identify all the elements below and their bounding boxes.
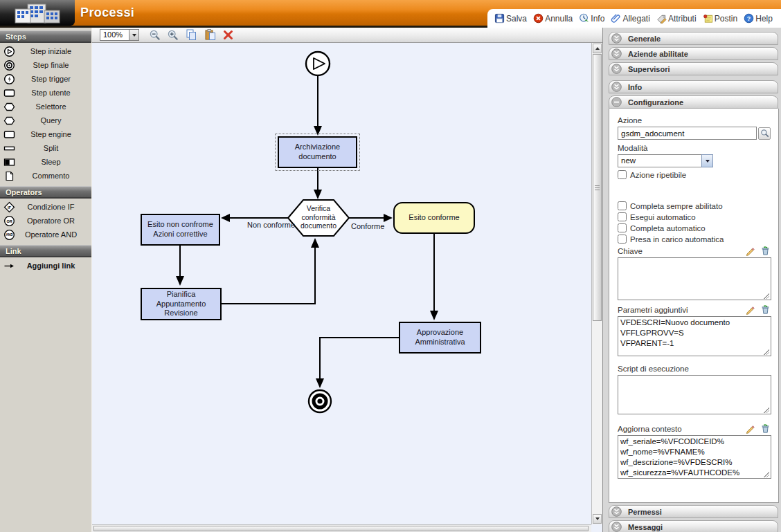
start-step-icon xyxy=(0,46,19,57)
properties-panel: Generale Aziende abilitate Supervisori I… xyxy=(602,28,781,532)
clear-trash-icon[interactable] xyxy=(760,246,771,256)
resize-handle-icon[interactable] xyxy=(764,472,769,477)
checkbox-esegui-automatico[interactable]: Esegui automatico xyxy=(618,212,771,221)
accordion-generale[interactable]: Generale xyxy=(609,32,778,45)
flow-edges xyxy=(92,43,591,524)
modalita-dropdown-button[interactable] xyxy=(701,154,713,167)
edge-label-conforme: Conforme xyxy=(351,222,384,230)
zoom-in-button[interactable] xyxy=(167,29,179,42)
resize-handle-icon[interactable] xyxy=(764,293,769,299)
palette-item-operatore-or[interactable]: OR Operatore OR xyxy=(0,214,91,228)
zoom-dropdown-button[interactable] xyxy=(129,29,139,41)
delete-x-icon xyxy=(222,29,234,41)
checkbox-presa-in-carico[interactable]: Presa in carico automatica xyxy=(618,235,771,244)
parametri-aggiuntivi-textarea[interactable]: VFDESCRI=Nuovo documento VFFLGPROVV=S VF… xyxy=(618,316,771,356)
palette-item-selettore[interactable]: Selettore xyxy=(0,100,91,113)
palette-item-commento[interactable]: Commento xyxy=(0,169,91,183)
workflow-designer-app: Processi Salva Annulla xyxy=(0,0,781,532)
palette-item-step-trigger[interactable]: Step trigger xyxy=(0,72,91,86)
palette-section-operators[interactable]: Operators xyxy=(0,186,91,199)
chiave-label: Chiave xyxy=(618,247,740,255)
buildings-icon xyxy=(7,2,68,24)
aggiorna-contesto-textarea[interactable]: wf_seriale=%VFCODICEID% wf_nome=%VFNAME%… xyxy=(618,435,771,479)
node-archiviazione-documento[interactable]: Archiviazione documento xyxy=(278,136,357,168)
node-end[interactable] xyxy=(309,390,331,412)
scroll-down-button[interactable] xyxy=(593,514,602,524)
canvas-horizontal-scrollbar[interactable] xyxy=(92,524,591,532)
accordion-configurazione[interactable]: Configurazione xyxy=(609,95,778,109)
comment-icon xyxy=(0,170,19,182)
attachments-button[interactable]: Allegati xyxy=(611,13,649,24)
shape-palette: Steps Step iniziale Step finale Step tri… xyxy=(0,28,92,532)
node-pianifica-appuntamento[interactable]: Pianifica Appuntamento Revisione xyxy=(141,288,222,320)
edit-pencil-icon[interactable] xyxy=(745,304,755,315)
clear-trash-icon[interactable] xyxy=(760,423,771,434)
accordion-permessi[interactable]: Permessi xyxy=(609,505,778,518)
engine-step-icon xyxy=(0,129,19,140)
edit-pencil-icon[interactable] xyxy=(745,423,755,434)
node-approvazione-amministrativa[interactable]: Approvazione Amministrativa xyxy=(399,322,481,354)
expand-icon xyxy=(611,82,622,92)
palette-item-aggiungi-link[interactable]: Aggiungi link xyxy=(0,259,91,273)
esegui-automatico-checkbox[interactable] xyxy=(618,212,627,221)
palette-item-step-engine[interactable]: Step engine xyxy=(0,127,91,141)
modalita-label: Modalità xyxy=(618,144,771,152)
cancel-icon xyxy=(533,13,544,24)
palette-section-link[interactable]: Link xyxy=(0,245,91,257)
script-esecuzione-textarea[interactable] xyxy=(618,375,771,414)
clear-trash-icon[interactable] xyxy=(760,304,771,315)
node-esito-conforme[interactable]: Esito conforme xyxy=(393,202,475,234)
horizontal-scrollbar-thumb[interactable] xyxy=(93,526,589,531)
edge-label-non-conforme: Non conforme xyxy=(247,221,295,229)
azione-input[interactable] xyxy=(618,127,757,140)
azione-lookup-button[interactable] xyxy=(758,127,771,140)
accordion-messaggi[interactable]: Messaggi xyxy=(609,520,778,532)
scroll-up-button[interactable] xyxy=(593,44,602,53)
save-button[interactable]: Salva xyxy=(494,13,527,24)
attributes-button[interactable]: Attributi xyxy=(656,13,697,24)
checkbox-completa-sempre[interactable]: Completa sempre abilitato xyxy=(618,201,771,210)
zoom-level-combo[interactable]: 100% xyxy=(100,29,139,41)
help-button[interactable]: ? Help xyxy=(744,13,773,24)
add-link-icon xyxy=(0,260,19,272)
copy-button[interactable] xyxy=(185,28,198,42)
node-verifica-conformita-label[interactable]: Verifica conformità documento xyxy=(289,204,348,230)
completa-automatico-checkbox[interactable] xyxy=(618,223,627,232)
node-start[interactable] xyxy=(306,52,330,75)
canvas-vertical-scrollbar[interactable] xyxy=(591,43,602,524)
palette-item-step-iniziale[interactable]: Step iniziale xyxy=(0,44,91,58)
cancel-button[interactable]: Annulla xyxy=(533,13,573,24)
accordion-aziende-abilitate[interactable]: Aziende abilitate xyxy=(609,47,778,60)
palette-item-query[interactable]: Query xyxy=(0,113,91,127)
presa-in-carico-checkbox[interactable] xyxy=(618,235,627,244)
palette-item-sleep[interactable]: Sleep xyxy=(0,155,91,169)
delete-button[interactable] xyxy=(222,29,234,41)
palette-section-steps[interactable]: Steps xyxy=(0,30,91,43)
completa-sempre-checkbox[interactable] xyxy=(618,201,627,210)
resize-handle-icon[interactable] xyxy=(764,349,769,355)
node-esito-non-conforme[interactable]: Esito non confrome Azioni correttive xyxy=(141,214,220,246)
save-icon xyxy=(494,13,505,24)
sticky-note-icon xyxy=(703,13,713,24)
azione-ripetibile-checkbox[interactable] xyxy=(618,170,627,179)
checkbox-completa-automatico[interactable]: Completa automatico xyxy=(618,223,771,232)
accordion-supervisori[interactable]: Supervisori xyxy=(609,62,778,75)
checkbox-azione-ripetibile[interactable]: Azione ripetibile xyxy=(618,170,771,179)
paste-button[interactable] xyxy=(204,28,217,42)
palette-item-split[interactable]: Split xyxy=(0,141,91,155)
accordion-info[interactable]: Info xyxy=(609,80,778,93)
chiave-textarea[interactable] xyxy=(618,257,771,300)
palette-item-condizione-if[interactable]: IF Condizione IF xyxy=(0,200,91,214)
vertical-scrollbar-thumb[interactable] xyxy=(593,54,602,321)
zoom-level-value[interactable]: 100% xyxy=(100,29,129,41)
zoom-out-button[interactable] xyxy=(149,29,161,42)
palette-item-operatore-and[interactable]: AND Operatore AND xyxy=(0,228,91,241)
postit-button[interactable]: Postin xyxy=(703,13,737,24)
palette-item-step-finale[interactable]: Step finale xyxy=(0,58,91,72)
diagram-canvas[interactable]: Archiviazione documento Verifica conform… xyxy=(92,43,591,524)
edit-pencil-icon[interactable] xyxy=(745,246,755,256)
modalita-select[interactable]: new xyxy=(618,154,713,167)
resize-handle-icon[interactable] xyxy=(764,407,769,413)
palette-item-step-utente[interactable]: Step utente xyxy=(0,86,91,100)
info-button[interactable]: Info xyxy=(579,13,604,24)
